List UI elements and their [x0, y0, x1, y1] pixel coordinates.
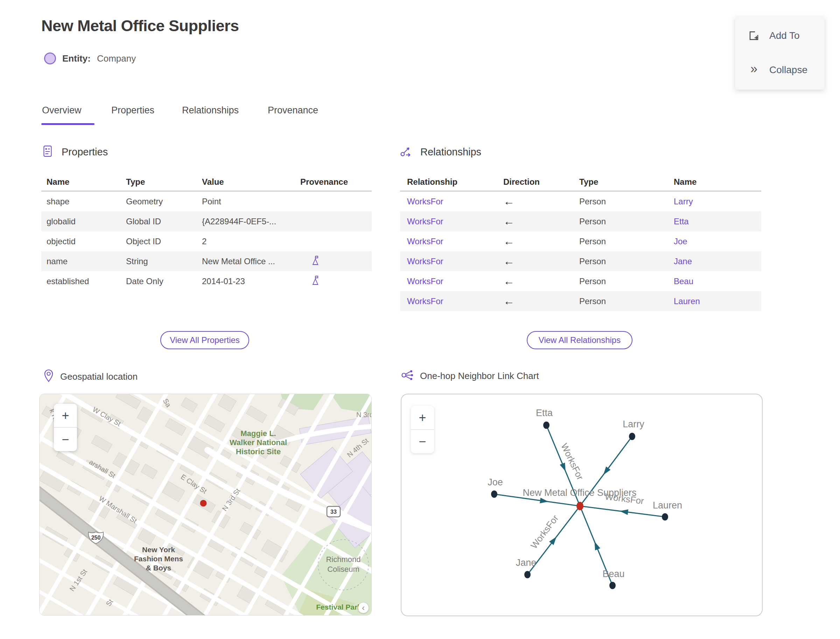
- relationships-section-title: Relationships: [420, 146, 481, 158]
- related-entity-type: Person: [572, 217, 667, 226]
- provenance-flag-icon[interactable]: [311, 258, 320, 267]
- related-entity-type: Person: [572, 296, 667, 306]
- provenance-flag-icon[interactable]: [311, 278, 320, 287]
- tab-provenance[interactable]: Provenance: [268, 105, 318, 116]
- related-entity-type: Person: [572, 277, 667, 286]
- collapse-label: Collapse: [769, 64, 807, 76]
- link-chart-section-title: One-hop Neighbor Link Chart: [420, 370, 539, 381]
- svg-text:250: 250: [91, 535, 101, 540]
- relationships-table: RelationshipDirectionTypeName WorksFor←P…: [400, 173, 761, 311]
- link-chart-zoom-out-button[interactable]: −: [411, 429, 434, 453]
- related-entity-link[interactable]: Etta: [674, 217, 689, 226]
- related-entity-type: Person: [572, 256, 667, 266]
- graph-node[interactable]: [662, 513, 668, 521]
- prop-name: name: [41, 256, 121, 266]
- table-row: WorksFor←PersonJane: [400, 251, 761, 271]
- properties-icon: [41, 145, 54, 159]
- map-zoom-control: + −: [54, 404, 77, 451]
- related-entity-link[interactable]: Larry: [674, 197, 693, 206]
- tab-overview[interactable]: Overview: [42, 105, 81, 116]
- prop-type: String: [121, 256, 197, 266]
- related-entity-type: Person: [572, 197, 667, 207]
- direction-arrow: ←: [496, 275, 572, 288]
- relationship-link[interactable]: WorksFor: [407, 237, 444, 246]
- related-entity-link[interactable]: Jane: [674, 256, 692, 266]
- edge-arrowhead: [592, 540, 600, 550]
- relationships-section-header: Relationships: [400, 145, 481, 159]
- view-all-properties-button[interactable]: View All Properties: [160, 331, 249, 349]
- relationship-link[interactable]: WorksFor: [407, 296, 444, 306]
- poi-label: Festival Park: [316, 603, 361, 611]
- prop-type: Global ID: [121, 217, 197, 226]
- table-row: WorksFor←PersonLarry: [400, 191, 761, 211]
- direction-arrow: ←: [496, 235, 572, 248]
- graph-node[interactable]: [543, 422, 549, 429]
- geospatial-section-header: Geospatial location: [43, 369, 138, 384]
- relationship-link[interactable]: WorksFor: [407, 256, 444, 266]
- relationship-link[interactable]: WorksFor: [407, 197, 444, 206]
- map-zoom-in-button[interactable]: +: [54, 404, 77, 427]
- related-entity-type: Person: [572, 237, 667, 246]
- edge-label: WorksFor: [528, 513, 561, 550]
- map[interactable]: 25033k RdW Clay StSaarshall StW Marshall…: [39, 394, 372, 615]
- prop-type: Geometry: [121, 197, 197, 207]
- graph-node-label: Etta: [536, 408, 553, 418]
- edge-label: WorksFor: [605, 491, 645, 506]
- graph-center-node[interactable]: [576, 502, 584, 510]
- one-hop-icon: [400, 369, 414, 383]
- entity-label: Entity:: [62, 53, 91, 64]
- graph-node[interactable]: [629, 433, 635, 440]
- prop-type: Object ID: [121, 237, 197, 246]
- relationships-icon: [400, 145, 413, 159]
- edge-label: WorksFor: [559, 442, 585, 482]
- table-row: WorksFor←PersonLauren: [400, 291, 761, 311]
- related-entity-link[interactable]: Lauren: [674, 296, 700, 306]
- tab-relationships[interactable]: Relationships: [182, 105, 239, 116]
- graph-node-label: Larry: [623, 419, 644, 429]
- collapse-button[interactable]: » Collapse: [748, 64, 807, 76]
- graph-node[interactable]: [524, 571, 531, 579]
- relationships-table-header: RelationshipDirectionTypeName: [400, 173, 761, 191]
- active-tab-underline: [41, 123, 94, 125]
- link-chart[interactable]: EttaLarryJoeLaurenJaneBeauNew Metal Offi…: [401, 394, 763, 616]
- table-row: WorksFor←PersonJoe: [400, 231, 761, 251]
- direction-arrow: ←: [496, 295, 572, 308]
- column-header-provenance: Provenance: [295, 177, 372, 187]
- map-canvas: 25033k RdW Clay StSaarshall StW Marshall…: [40, 394, 371, 615]
- add-to-icon: [748, 29, 760, 42]
- street-label: N 3rd St: [356, 411, 371, 418]
- graph-node[interactable]: [491, 491, 497, 498]
- link-chart-zoom-control: + −: [411, 406, 434, 453]
- view-all-relationships-button[interactable]: View All Relationships: [527, 331, 632, 349]
- properties-section-header: Properties: [41, 145, 108, 159]
- add-to-button[interactable]: Add To: [748, 29, 800, 42]
- graph-node-label: Lauren: [653, 500, 682, 510]
- svg-text:33: 33: [330, 509, 337, 515]
- relationship-link[interactable]: WorksFor: [407, 217, 444, 226]
- actions-card: Add To » Collapse: [735, 17, 825, 90]
- related-entity-link[interactable]: Joe: [674, 237, 687, 246]
- table-row: WorksFor←PersonEtta: [400, 211, 761, 231]
- add-to-label: Add To: [769, 30, 800, 41]
- link-chart-zoom-in-button[interactable]: +: [411, 406, 434, 429]
- prop-value: Point: [197, 197, 295, 207]
- direction-arrow: ←: [496, 215, 572, 228]
- column-header-value: Value: [197, 177, 295, 187]
- geospatial-section-title: Geospatial location: [60, 371, 138, 382]
- related-entity-link[interactable]: Beau: [674, 277, 694, 286]
- table-row: globalidGlobal ID{A228944F-0EF5-...: [41, 211, 372, 231]
- properties-table-header: NameTypeValueProvenance: [41, 173, 372, 191]
- entity-type-value: Company: [97, 53, 136, 64]
- table-row: shapeGeometryPoint: [41, 191, 372, 211]
- tab-properties[interactable]: Properties: [111, 105, 154, 116]
- collapse-icon: »: [748, 63, 760, 75]
- entity-type-icon: [44, 52, 56, 64]
- prop-name: objectid: [41, 237, 121, 246]
- relationship-link[interactable]: WorksFor: [407, 277, 444, 286]
- map-zoom-out-button[interactable]: −: [54, 427, 77, 451]
- prop-value: 2: [197, 237, 295, 246]
- direction-arrow: ←: [496, 195, 572, 208]
- graph-node[interactable]: [609, 582, 616, 589]
- map-location-marker: [200, 500, 207, 507]
- map-attribution-toggle[interactable]: ‹: [358, 602, 369, 613]
